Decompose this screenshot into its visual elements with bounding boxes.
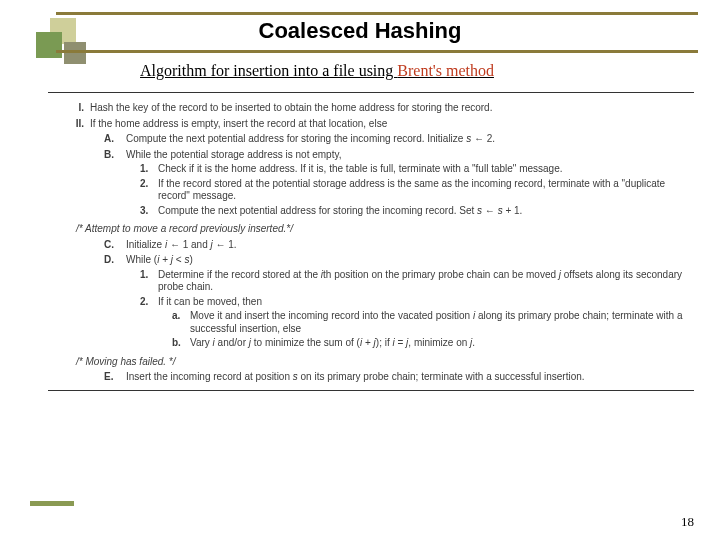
text: While (i + j < s) [126,254,690,267]
top-rule [56,12,698,15]
label: D. [52,254,126,267]
text: If the record stored at the potential st… [158,178,690,203]
subtitle: Algorithm for insertion into a file usin… [140,62,494,80]
text: Insert the incoming record at position s… [126,371,690,384]
algo-item-I: I. Hash the key of the record to be inse… [52,102,690,115]
algo-item-D2a: a. Move it and insert the incoming recor… [52,310,690,335]
algo-item-D2: 2. If it can be moved, then [52,296,690,309]
text: Hash the key of the record to be inserte… [90,102,690,115]
text: Move it and insert the incoming record i… [190,310,690,335]
algo-item-D: D. While (i + j < s) [52,254,690,267]
page-number: 18 [681,514,694,530]
label: B. [52,149,126,162]
algo-item-B1: 1. Check if it is the home address. If i… [52,163,690,176]
text: If it can be moved, then [158,296,690,309]
text: Compute the next potential address for s… [126,133,690,146]
algo-item-A: A. Compute the next potential address fo… [52,133,690,146]
algo-item-E: E. Insert the incoming record at positio… [52,371,690,384]
square-icon [64,42,86,64]
text: While the potential storage address is n… [126,149,690,162]
subtitle-highlight: Brent's method [397,62,494,79]
page-title: Coalesced Hashing [0,18,720,44]
label: 1. [52,269,158,294]
label: 3. [52,205,158,218]
algo-comment-2: /* Moving has failed. */ [76,356,690,369]
algo-item-B2: 2. If the record stored at the potential… [52,178,690,203]
algo-item-B3: 3. Compute the next potential address fo… [52,205,690,218]
algo-item-C: C. Initialize i ← 1 and j ← 1. [52,239,690,252]
algo-item-D1: 1. Determine if the record stored at the… [52,269,690,294]
slide: Coalesced Hashing Algorithm for insertio… [0,0,720,540]
label: 1. [52,163,158,176]
label: 2. [52,178,158,203]
algo-item-II: II. If the home address is empty, insert… [52,118,690,131]
label: b. [52,337,190,350]
text: Compute the next potential address for s… [158,205,690,218]
label: A. [52,133,126,146]
label: I. [52,102,90,115]
label: 2. [52,296,158,309]
label: a. [52,310,190,335]
text: If the home address is empty, insert the… [90,118,690,131]
text: Check if it is the home address. If it i… [158,163,690,176]
bottom-accent-bar [30,501,74,506]
label: II. [52,118,90,131]
algo-comment-1: /* Attempt to move a record previously i… [76,223,690,236]
label: E. [52,371,126,384]
text: Vary i and/or j to minimize the sum of (… [190,337,690,350]
label: C. [52,239,126,252]
subtitle-prefix: Algorithm for insertion into a file usin… [140,62,397,79]
algo-item-B: B. While the potential storage address i… [52,149,690,162]
text: Initialize i ← 1 and j ← 1. [126,239,690,252]
algorithm-block: I. Hash the key of the record to be inse… [48,92,694,391]
algo-item-D2b: b. Vary i and/or j to minimize the sum o… [52,337,690,350]
text: Determine if the record stored at the it… [158,269,690,294]
title-underline [56,50,698,53]
